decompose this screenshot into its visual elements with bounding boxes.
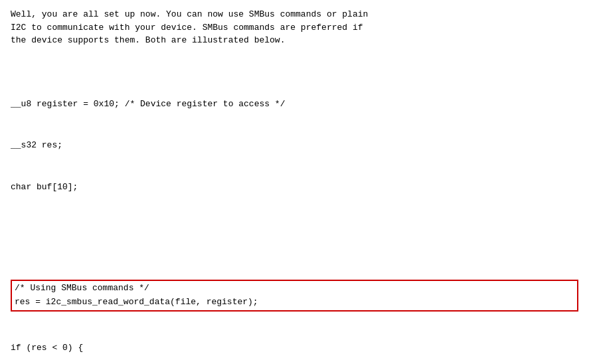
intro-line1: Well, you are all set up now. You can no…	[11, 9, 368, 19]
smbus-highlighted-block: /* Using SMBus commands */ res = i2c_smb…	[11, 280, 578, 312]
intro-text: Well, you are all set up now. You can no…	[11, 8, 578, 47]
intro-line3: the device supports them. Both are illus…	[11, 35, 285, 45]
blank1	[11, 222, 578, 236]
smbus-read: res = i2c_smbus_read_word_data(file, reg…	[15, 297, 258, 307]
var-buf: char buf[10];	[11, 181, 578, 195]
var-s32: __s32 res;	[11, 139, 578, 153]
smbus-comment: /* Using SMBus commands */	[15, 283, 149, 293]
if-res: if (res < 0) {	[11, 341, 578, 355]
page-wrapper: Well, you are all set up now. You can no…	[11, 8, 578, 364]
code-block: __u8 register = 0x10; /* Device register…	[11, 56, 578, 365]
var-u8: __u8 register = 0x10; /* Device register…	[11, 98, 578, 112]
intro-line2: I2C to communicate with your device. SMB…	[11, 23, 363, 33]
